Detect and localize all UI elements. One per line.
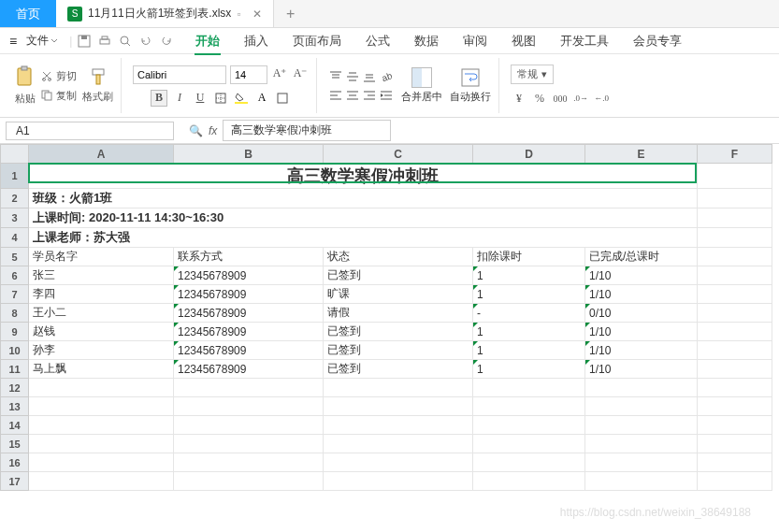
- align-center-icon[interactable]: [345, 89, 360, 102]
- col-header[interactable]: C: [324, 145, 473, 164]
- search-fx-icon[interactable]: 🔍: [189, 124, 203, 137]
- border-button[interactable]: [212, 90, 229, 107]
- menu-view[interactable]: 视图: [502, 33, 545, 50]
- cell-title[interactable]: 高三数学寒假冲刺班: [29, 164, 698, 189]
- formula-input[interactable]: 高三数学寒假冲刺班: [223, 120, 391, 141]
- menu-dev[interactable]: 开发工具: [551, 33, 618, 50]
- cell[interactable]: 1: [473, 285, 585, 304]
- cut-button[interactable]: 剪切: [41, 69, 77, 83]
- decrease-font-icon[interactable]: A⁻: [292, 65, 309, 82]
- percent-icon[interactable]: %: [531, 90, 548, 107]
- row-header[interactable]: 2: [1, 189, 29, 208]
- cell[interactable]: 1/10: [585, 323, 698, 341]
- row-header[interactable]: 17: [1, 472, 29, 491]
- menu-file[interactable]: 文件: [26, 33, 64, 49]
- increase-font-icon[interactable]: A⁺: [271, 65, 288, 82]
- hamburger-icon[interactable]: ≡: [9, 34, 21, 49]
- cell[interactable]: 扣除课时: [473, 248, 585, 266]
- font-select[interactable]: [133, 65, 226, 84]
- menu-formula[interactable]: 公式: [356, 33, 399, 50]
- cell[interactable]: 请假: [324, 304, 473, 323]
- cell[interactable]: 12345678909: [174, 360, 324, 379]
- font-size-select[interactable]: [230, 65, 267, 84]
- row-header[interactable]: 6: [1, 266, 29, 285]
- italic-button[interactable]: I: [171, 90, 188, 107]
- tab-home[interactable]: 首页: [0, 0, 56, 27]
- row-header[interactable]: 15: [1, 435, 29, 453]
- row-header[interactable]: 1: [1, 164, 29, 189]
- row-header[interactable]: 9: [1, 323, 29, 341]
- col-header[interactable]: F: [698, 145, 772, 164]
- align-bottom-icon[interactable]: [362, 70, 377, 83]
- cell[interactable]: 12345678909: [174, 266, 324, 285]
- menu-vip[interactable]: 会员专享: [624, 33, 691, 50]
- increase-decimal-icon[interactable]: .0→: [572, 90, 589, 107]
- indent-icon[interactable]: [379, 89, 394, 102]
- cell[interactable]: 班级：火箭1班: [29, 189, 698, 208]
- cell[interactable]: 已签到: [324, 341, 473, 360]
- cell[interactable]: 孙李: [29, 341, 174, 360]
- cell[interactable]: 1/10: [585, 360, 698, 379]
- menu-insert[interactable]: 插入: [235, 33, 278, 50]
- col-header[interactable]: A: [29, 145, 174, 164]
- cell[interactable]: 学员名字: [29, 248, 174, 266]
- cell[interactable]: 已完成/总课时: [585, 248, 698, 266]
- decrease-decimal-icon[interactable]: ←.0: [593, 90, 610, 107]
- row-header[interactable]: 3: [1, 208, 29, 228]
- cell[interactable]: 已签到: [324, 360, 473, 379]
- select-all-corner[interactable]: [1, 145, 29, 164]
- align-left-icon[interactable]: [328, 89, 343, 102]
- align-middle-icon[interactable]: [345, 70, 360, 83]
- col-header[interactable]: E: [585, 145, 698, 164]
- align-top-icon[interactable]: [328, 70, 343, 83]
- cell[interactable]: 已签到: [324, 323, 473, 341]
- format-painter-button[interactable]: 格式刷: [82, 67, 113, 104]
- row-header[interactable]: 14: [1, 416, 29, 435]
- col-header[interactable]: D: [473, 145, 585, 164]
- currency-icon[interactable]: ¥: [511, 90, 527, 107]
- cell[interactable]: 1/10: [585, 285, 698, 304]
- cell[interactable]: 上课老师：苏大强: [29, 228, 698, 248]
- cell[interactable]: 马上飘: [29, 360, 174, 379]
- cell[interactable]: 12345678909: [174, 304, 324, 323]
- cell[interactable]: 1/10: [585, 341, 698, 360]
- font-color-button[interactable]: A: [253, 90, 270, 107]
- menu-data[interactable]: 数据: [405, 33, 448, 50]
- cell[interactable]: 1: [473, 266, 585, 285]
- cell[interactable]: 李四: [29, 285, 174, 304]
- cell[interactable]: 1: [473, 360, 585, 379]
- cell[interactable]: 1/10: [585, 266, 698, 285]
- copy-button[interactable]: 复制: [41, 89, 77, 103]
- menu-review[interactable]: 审阅: [454, 33, 497, 50]
- tab-add[interactable]: +: [274, 0, 308, 27]
- print-icon[interactable]: [98, 35, 111, 48]
- fill-color-button[interactable]: [233, 90, 250, 107]
- cell[interactable]: 1: [473, 323, 585, 341]
- cell[interactable]: 0/10: [585, 304, 698, 323]
- pinyin-button[interactable]: [274, 90, 291, 107]
- row-header[interactable]: 7: [1, 285, 29, 304]
- menu-layout[interactable]: 页面布局: [283, 33, 351, 50]
- cell[interactable]: 12345678909: [174, 341, 324, 360]
- wrap-button[interactable]: 自动换行: [450, 67, 491, 104]
- row-header[interactable]: 8: [1, 304, 29, 323]
- cell[interactable]: 联系方式: [174, 248, 324, 266]
- row-header[interactable]: 10: [1, 341, 29, 360]
- cell[interactable]: -: [473, 304, 585, 323]
- cell[interactable]: 赵钱: [29, 323, 174, 341]
- cell[interactable]: 12345678909: [174, 285, 324, 304]
- save-icon[interactable]: [78, 35, 91, 48]
- row-header[interactable]: 16: [1, 453, 29, 472]
- preview-icon[interactable]: [119, 35, 132, 48]
- cell[interactable]: 状态: [324, 248, 473, 266]
- cell[interactable]: 张三: [29, 266, 174, 285]
- cell[interactable]: 已签到: [324, 266, 473, 285]
- row-header[interactable]: 13: [1, 397, 29, 416]
- close-icon[interactable]: ✕: [252, 7, 262, 21]
- undo-icon[interactable]: [139, 35, 152, 48]
- underline-button[interactable]: U: [192, 90, 209, 107]
- cell[interactable]: 12345678909: [174, 323, 324, 341]
- row-header[interactable]: 5: [1, 248, 29, 266]
- spreadsheet-grid[interactable]: A B C D E F 1 高三数学寒假冲刺班 2 班级：火箭1班 3 上课时间…: [0, 144, 779, 532]
- menu-start[interactable]: 开始: [186, 33, 229, 50]
